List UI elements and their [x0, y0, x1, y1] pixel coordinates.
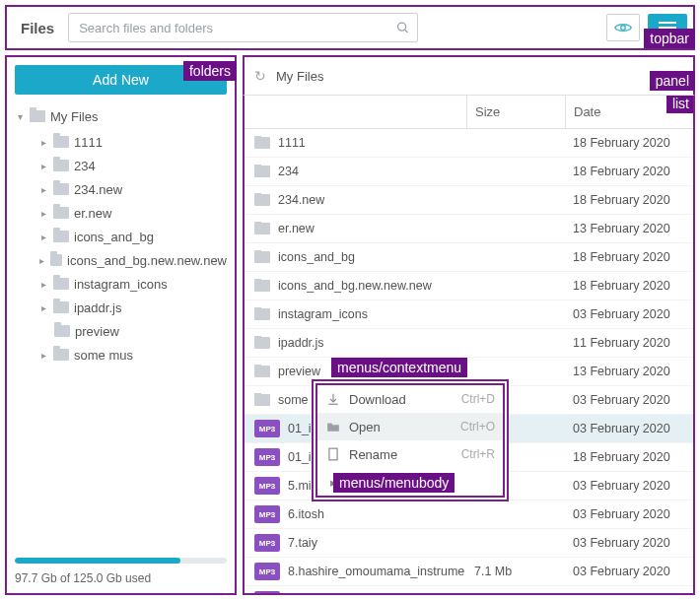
cell-size: 7.1 Mb [466, 565, 565, 578]
tree-label: ipaddr.js [74, 300, 121, 315]
folder-tree: ▾ My Files ▸1111▸234▸234.new▸er.new▸icon… [15, 104, 227, 558]
cell-date: 03 February 2020 [565, 536, 693, 550]
context-menu-wrap: menus/contextmenu DownloadCtrl+DOpenCtrl… [312, 379, 509, 501]
topbar: Files topbar [5, 5, 695, 50]
cell-date: 13 February 2020 [565, 365, 693, 378]
cell-date: 18 February 2020 [565, 279, 693, 293]
context-item-label: Download [349, 392, 406, 407]
mp3-icon: MP3 [254, 448, 280, 466]
cell-date: 18 February 2020 [565, 450, 693, 464]
cell-date: 03 February 2020 [565, 507, 693, 521]
table-row[interactable]: icons_and_bg.new.new.new18 February 2020 [245, 272, 693, 300]
folder-icon [254, 223, 270, 234]
tree-root[interactable]: ▾ My Files [15, 104, 227, 128]
table-row[interactable]: er.new13 February 2020 [245, 215, 693, 243]
cell-size: 7.4 Mb [466, 593, 565, 595]
table-row[interactable]: MP36.itosh03 February 2020 [245, 500, 693, 529]
table-row[interactable]: 111118 February 2020 [245, 129, 693, 158]
tree-item[interactable]: ▸instagram_icons [15, 272, 227, 296]
folder-icon [53, 207, 69, 219]
cell-name: 234.new [245, 193, 466, 207]
preview-toggle-button[interactable] [606, 14, 640, 41]
file-list: list Size Date 111118 February 202023418… [243, 95, 695, 595]
tree-label: 234.new [74, 182, 122, 197]
cell-name: 234 [245, 165, 466, 178]
table-row[interactable]: 234.new18 February 2020 [245, 186, 693, 215]
cell-name: er.new [245, 222, 466, 235]
mp3-icon: MP3 [254, 591, 280, 595]
shortcut-label: Ctrl+D [461, 392, 495, 406]
mp3-icon: MP3 [254, 505, 280, 523]
tree-item[interactable]: ▸icons_and_bg.new.new.new [15, 248, 227, 272]
table-row[interactable]: MP37.taiy03 February 2020 [245, 529, 693, 558]
cell-date: 18 February 2020 [565, 165, 693, 178]
cell-name: instagram_icons [245, 307, 466, 321]
folder-icon [254, 394, 270, 406]
folder-icon [53, 278, 69, 290]
breadcrumb[interactable]: My Files [276, 69, 323, 84]
table-row[interactable]: MP38.hashire_omoumama_instrume7.1 Mb03 F… [245, 558, 693, 586]
folders-sidebar: Add New folders ▾ My Files ▸1111▸234▸234… [5, 55, 237, 595]
folder-icon [254, 251, 270, 263]
tree-item[interactable]: ▸some mus [15, 343, 227, 367]
tree-item[interactable]: ▸ipaddr.js [15, 296, 227, 319]
folder-icon [53, 349, 69, 361]
file-name: 234 [278, 165, 299, 178]
open-icon [325, 421, 341, 433]
folder-icon [30, 110, 45, 122]
cell-name: MP39.growing_up_instrumental.mp3 [245, 591, 466, 595]
tree-item[interactable]: ▸1111 [15, 130, 227, 154]
file-name: 234.new [278, 193, 324, 207]
shortcut-label: Ctrl+R [461, 447, 495, 461]
context-item-open[interactable]: OpenCtrl+O [317, 413, 503, 440]
chevron-right-icon: ▸ [38, 350, 48, 361]
annotation-tag: menus/contextmenu [331, 358, 467, 377]
svg-point-0 [398, 23, 406, 31]
tree-item[interactable]: ▸er.new [15, 201, 227, 225]
tree-label: My Files [50, 109, 98, 124]
context-menu-body: DownloadCtrl+DOpenCtrl+ORenameCtrl+R▸men… [315, 383, 505, 498]
tree-item[interactable]: ▸234 [15, 154, 227, 177]
file-name: icons_and_bg.new.new.new [278, 279, 432, 293]
cell-date: 03 February 2020 [565, 479, 693, 493]
cell-name: icons_and_bg.new.new.new [245, 279, 466, 293]
table-row[interactable]: instagram_icons03 February 2020 [245, 300, 693, 329]
rename-icon [325, 447, 341, 461]
column-size[interactable]: Size [466, 96, 565, 128]
table-row[interactable]: MP39.growing_up_instrumental.mp37.4 Mb03… [245, 586, 693, 595]
file-name: 6.itosh [288, 507, 324, 521]
folder-icon [254, 308, 270, 320]
storage-fill [15, 558, 180, 564]
cell-date: 03 February 2020 [565, 422, 693, 435]
context-item-download[interactable]: DownloadCtrl+D [317, 385, 503, 413]
storage-bar [15, 558, 227, 564]
table-row[interactable]: icons_and_bg18 February 2020 [245, 243, 693, 272]
tree-label: er.new [74, 206, 111, 221]
annotation-tag: topbar [644, 29, 695, 48]
annotation-tag: folders [183, 61, 237, 81]
tree-label: 1111 [74, 135, 103, 150]
mp3-icon: MP3 [254, 477, 280, 495]
context-item-rename[interactable]: RenameCtrl+R [317, 440, 503, 468]
tree-item[interactable]: ▸icons_and_bg [15, 225, 227, 248]
file-name: ipaddr.js [278, 336, 324, 350]
cell-name: ipaddr.js [245, 336, 466, 350]
file-name: instagram_icons [278, 307, 368, 321]
refresh-icon[interactable]: ↻ [254, 68, 266, 84]
cell-date: 18 February 2020 [565, 193, 693, 207]
cell-date: 03 February 2020 [565, 393, 693, 407]
storage-text: 97.7 Gb of 125.0 Gb used [15, 571, 227, 585]
cell-date: 13 February 2020 [565, 222, 693, 235]
folder-icon [254, 366, 270, 377]
table-row[interactable]: 23418 February 2020 [245, 158, 693, 186]
table-row[interactable]: ipaddr.js11 February 2020 [245, 329, 693, 358]
folder-icon [54, 325, 70, 337]
column-headers: Size Date [245, 96, 693, 129]
folder-icon [53, 160, 69, 171]
cell-date: 03 February 2020 [565, 565, 693, 578]
search-icon[interactable] [395, 21, 410, 35]
mp3-icon: MP3 [254, 563, 280, 580]
tree-item[interactable]: preview [15, 319, 227, 343]
tree-item[interactable]: ▸234.new [15, 177, 227, 201]
search-input[interactable] [68, 13, 418, 42]
